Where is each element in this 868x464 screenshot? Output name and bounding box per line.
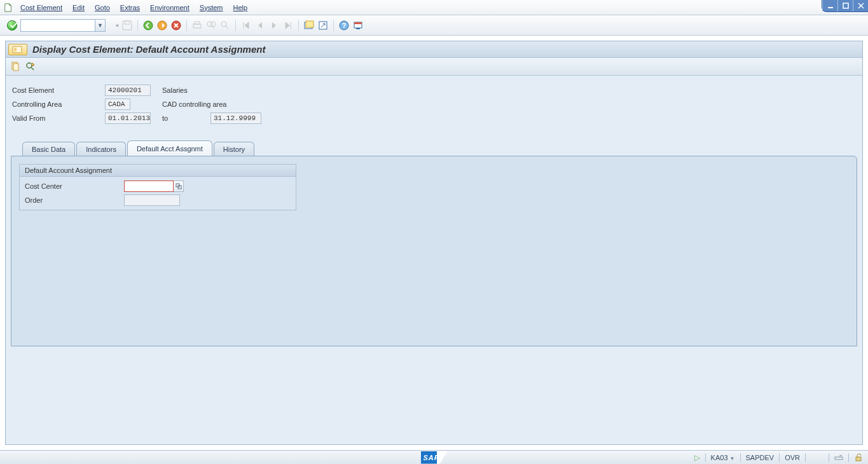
status-tcode[interactable]: KA03 ▼ [711,454,735,461]
cost-center-label: Cost Center [24,182,124,190]
copy-as-button[interactable] [10,61,21,72]
menu-environment[interactable]: Environment [145,4,195,11]
separator [186,20,187,31]
svg-rect-12 [195,22,200,24]
menu-cost-element[interactable]: Cost Element [15,4,67,11]
customize-layout-button[interactable] [352,20,364,31]
separator [298,20,299,31]
tab-default-acct-assgnmt[interactable]: Default Acct Assgnmt [127,140,212,156]
last-page-button [282,20,294,31]
status-insert-mode[interactable]: OVR [785,454,800,461]
svg-point-30 [27,63,32,68]
order-label: Order [24,196,124,204]
title-row: Display Cost Element: Default Account As… [6,41,862,58]
menu-edit[interactable]: Edit [67,4,90,11]
tab-history[interactable]: History [214,142,254,156]
valid-to-label: to [162,114,210,122]
svg-rect-24 [354,22,362,24]
controlling-area-value: CADA [105,99,130,110]
svg-rect-35 [856,457,861,461]
svg-rect-34 [835,457,843,460]
svg-line-31 [31,67,34,70]
lock-icon[interactable] [854,453,863,462]
cost-center-search-help[interactable] [174,181,184,192]
new-session-button[interactable] [303,20,315,31]
statusbar: SAP ▷ KA03 ▼ SAPDEV OVR [0,450,868,464]
display-change-button[interactable] [25,61,36,72]
svg-text:?: ? [342,22,347,29]
content-panel: Display Cost Element: Default Account As… [5,41,863,445]
svg-rect-5 [125,21,130,24]
find-button [205,20,217,31]
sap-logo: SAP [421,451,448,464]
svg-rect-11 [193,24,201,28]
controlling-area-label: Controlling Area [11,100,105,108]
application-toolbar [6,58,862,76]
first-page-button [240,20,252,31]
svg-line-17 [226,26,228,29]
back-button[interactable] [142,20,154,31]
valid-from-label: Valid From [11,114,105,122]
menubar: Cost Element Edit Goto Extras Environmen… [0,0,868,15]
cost-element-value: 42000201 [105,85,151,96]
header-form: Cost Element 42000201 Salaries Controlli… [6,76,862,125]
separator [137,20,138,31]
maximize-button[interactable] [837,0,853,11]
svg-rect-29 [13,64,18,71]
cost-center-input[interactable] [124,181,174,192]
print-button [191,20,203,31]
svg-point-16 [221,22,226,27]
tab-indicators[interactable]: Indicators [76,142,126,156]
minimize-button[interactable] [822,0,837,11]
chevron-left-icon: « [116,22,119,29]
close-button[interactable] [853,0,868,11]
svg-point-6 [144,21,153,30]
create-shortcut-button[interactable] [317,20,329,31]
menu-help[interactable]: Help [228,4,253,11]
separator [235,20,236,31]
svg-rect-25 [356,28,360,29]
exit-button[interactable] [156,20,168,31]
settings-icon[interactable] [834,453,843,462]
tab-basic-data[interactable]: Basic Data [22,142,75,156]
svg-point-15 [210,22,216,27]
message-indicator-icon[interactable]: ▷ [694,453,700,462]
tab-body: Default Account Assignment Cost Center O… [11,156,857,346]
cost-element-desc: Salaries [162,86,188,94]
menu-dropdown-icon[interactable] [4,3,13,12]
svg-rect-27 [14,48,17,51]
order-input[interactable] [124,194,180,206]
page-title: Display Cost Element: Default Account As… [32,44,265,55]
group-title: Default Account Assignment [20,165,296,177]
window-controls [822,0,868,12]
help-button[interactable]: ? [338,20,350,31]
prev-page-button [254,20,266,31]
save-button [121,20,133,31]
menu-system[interactable]: System [195,4,228,11]
menu-goto[interactable]: Goto [90,4,115,11]
valid-to-value: 31.12.9999 [210,113,261,124]
valid-from-value: 01.01.2013 [105,113,151,124]
next-page-button [268,20,280,31]
default-account-assignment-group: Default Account Assignment Cost Center O… [19,164,296,210]
status-system: SAPDEV [746,454,775,461]
command-field[interactable]: ▼ [20,19,106,32]
find-next-button [219,20,231,31]
cost-element-label: Cost Element [11,86,105,94]
enter-button[interactable] [6,20,18,31]
tabstrip: Basic Data Indicators Default Acct Assgn… [6,142,862,156]
command-dropdown[interactable]: ▼ [95,20,105,31]
svg-rect-1 [843,3,848,8]
cancel-button[interactable] [170,20,182,31]
svg-rect-4 [123,21,132,30]
svg-rect-0 [828,7,833,8]
svg-rect-19 [306,21,313,27]
separator [333,20,334,31]
standard-toolbar: ▼ « ? [0,15,868,36]
controlling-area-desc: CAD controlling area [162,100,227,108]
menu-extras[interactable]: Extras [115,4,145,11]
object-type-icon[interactable] [8,44,27,55]
